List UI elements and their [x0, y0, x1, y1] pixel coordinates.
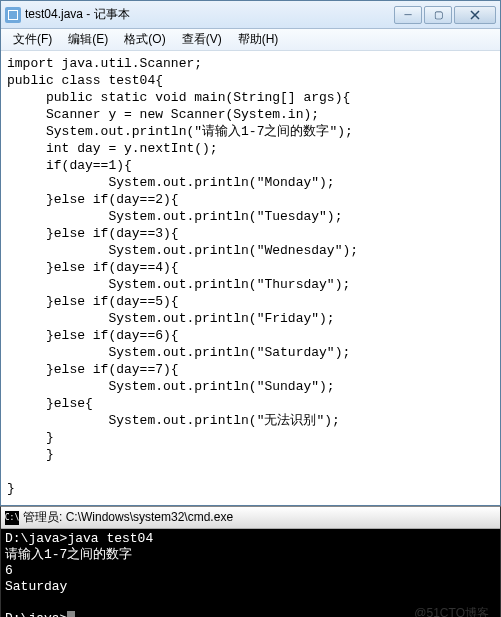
menu-edit[interactable]: 编辑(E) [60, 29, 116, 50]
close-icon [470, 10, 480, 20]
menu-help[interactable]: 帮助(H) [230, 29, 287, 50]
notepad-icon [5, 7, 21, 23]
cursor [67, 611, 75, 617]
maximize-button[interactable]: ▢ [424, 6, 452, 24]
editor-area[interactable]: import java.util.Scanner; public class t… [1, 51, 500, 505]
titlebar[interactable]: test04.java - 记事本 ─ ▢ [1, 1, 500, 29]
close-button[interactable] [454, 6, 496, 24]
menu-file[interactable]: 文件(F) [5, 29, 60, 50]
cmd-title: 管理员: C:\Windows\system32\cmd.exe [23, 509, 233, 526]
cmd-icon: C:\ [5, 511, 19, 525]
menu-format[interactable]: 格式(O) [116, 29, 173, 50]
terminal-output[interactable]: D:\java>java test04 请输入1-7之间的数字 6 Saturd… [1, 529, 500, 617]
cmd-titlebar[interactable]: C:\ 管理员: C:\Windows\system32\cmd.exe [1, 507, 500, 529]
minimize-button[interactable]: ─ [394, 6, 422, 24]
menu-view[interactable]: 查看(V) [174, 29, 230, 50]
notepad-window: test04.java - 记事本 ─ ▢ 文件(F) 编辑(E) 格式(O) … [0, 0, 501, 506]
window-title: test04.java - 记事本 [25, 6, 394, 23]
window-controls: ─ ▢ [394, 6, 496, 24]
cmd-window: C:\ 管理员: C:\Windows\system32\cmd.exe D:\… [0, 506, 501, 617]
menubar: 文件(F) 编辑(E) 格式(O) 查看(V) 帮助(H) [1, 29, 500, 51]
